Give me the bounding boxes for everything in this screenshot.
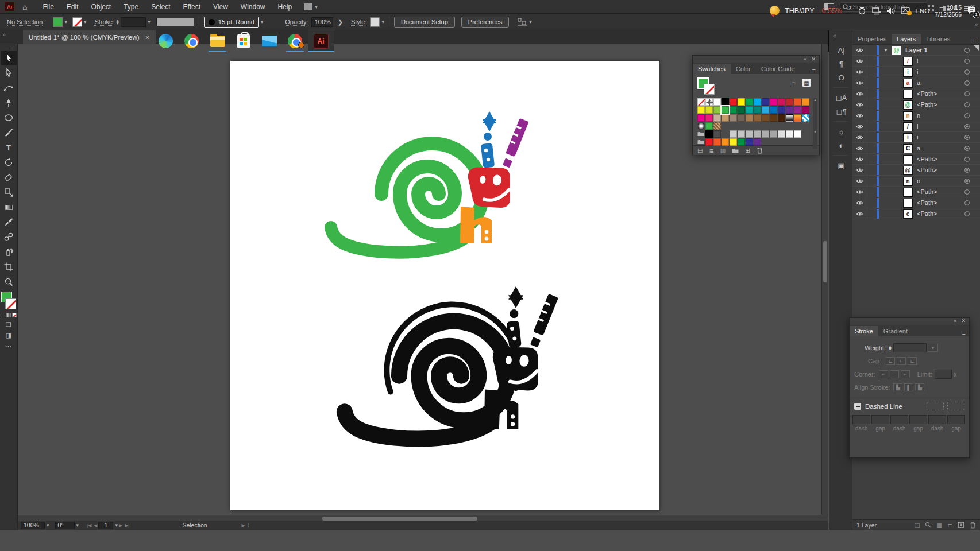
target-circle-icon[interactable] <box>964 48 970 53</box>
weight-field[interactable] <box>893 343 927 352</box>
swatch[interactable] <box>762 106 769 114</box>
layer-thumbnail[interactable]: e <box>903 209 913 219</box>
grid-view-icon[interactable]: ▦ <box>802 79 811 87</box>
swatch-none[interactable] <box>697 98 705 106</box>
miter-join-button[interactable]: ⌐ <box>879 370 888 378</box>
projecting-cap-button[interactable]: ⊏ <box>908 357 917 365</box>
layer-thumbnail[interactable]: @ <box>903 100 913 110</box>
round-join-button[interactable]: ⌒ <box>890 370 899 378</box>
tray-input-icon[interactable] <box>901 7 910 14</box>
scroll-right-icon[interactable]: ⟨ <box>248 523 249 528</box>
swatch[interactable] <box>697 106 705 114</box>
make-mask-icon[interactable]: ▩ <box>936 522 942 529</box>
limit-field[interactable] <box>935 370 952 379</box>
dash-field[interactable] <box>852 415 870 424</box>
swatch[interactable] <box>705 138 713 146</box>
taskbar-chrome-profile-icon[interactable] <box>282 30 308 52</box>
visibility-eye-icon[interactable] <box>852 208 867 219</box>
menu-object[interactable]: Object <box>85 3 118 11</box>
brush-definition-field[interactable]: 15 pt. Round <box>204 17 259 28</box>
workspace-chevron-icon[interactable]: ▾ <box>315 4 318 10</box>
workspace-switcher-icon[interactable] <box>304 3 313 10</box>
swatch[interactable] <box>762 130 769 138</box>
layer-object-row[interactable]: Ca <box>852 143 980 154</box>
character-panel-icon[interactable]: A| <box>829 43 853 57</box>
vertical-scroll-thumb[interactable] <box>823 241 827 282</box>
layer-name[interactable]: n <box>917 112 920 119</box>
align-outside-button[interactable]: ▙ <box>915 383 924 391</box>
stroke-collapse-icon[interactable]: « <box>954 318 956 324</box>
layer-name[interactable]: <Path> <box>917 210 937 217</box>
language-indicator[interactable]: ENG <box>915 7 929 14</box>
layer-object-row[interactable]: nn <box>852 110 980 121</box>
horizontal-scrollbar[interactable] <box>18 515 828 521</box>
selection-tool[interactable] <box>1 51 17 65</box>
character-styles-panel-icon[interactable]: ◻A <box>829 91 853 104</box>
rotation-chevron-icon[interactable]: ▾ <box>76 522 79 528</box>
align-chevron-icon[interactable]: ▾ <box>529 19 532 25</box>
scroll-left-icon[interactable]: ▶ <box>242 523 245 528</box>
tab-menu-icon[interactable]: ≡ <box>959 329 969 336</box>
swatch-options-icon[interactable]: ▥ <box>720 148 726 154</box>
preferences-button[interactable]: Preferences <box>461 17 509 28</box>
gradient-tool[interactable] <box>1 200 17 215</box>
layer-thumbnail[interactable]: n <box>903 177 913 186</box>
swatch[interactable] <box>746 130 753 138</box>
swatch[interactable] <box>794 130 801 138</box>
menu-window[interactable]: Window <box>234 3 272 11</box>
swatch[interactable] <box>738 98 745 106</box>
zoom-level-field[interactable]: 100% <box>21 522 45 529</box>
swatch-pattern[interactable] <box>802 114 809 122</box>
swatch-libraries-icon[interactable]: ▤ <box>697 148 703 154</box>
swatch[interactable] <box>738 138 745 146</box>
swatch[interactable] <box>730 106 737 114</box>
swatch-scrollbar[interactable]: ▲▼ <box>813 98 817 149</box>
tab-menu-icon[interactable]: ≡ <box>970 37 980 44</box>
swatch[interactable] <box>770 98 777 106</box>
tab-gradient[interactable]: Gradient <box>878 326 913 336</box>
swatch[interactable] <box>738 130 745 138</box>
layer-thumbnail[interactable] <box>903 188 913 197</box>
next-artboard-icon[interactable]: ▶ <box>119 523 122 528</box>
document-tab-close-icon[interactable]: ✕ <box>145 34 150 41</box>
swatch[interactable] <box>730 130 737 138</box>
layer-thumbnail[interactable]: n <box>903 111 913 121</box>
visibility-eye-icon[interactable] <box>852 176 867 186</box>
stroke-color-swatch[interactable] <box>72 17 82 27</box>
panel-fill-stroke-indicator[interactable] <box>697 77 717 96</box>
artboard[interactable] <box>230 61 659 510</box>
layer-object-row[interactable]: <Path> <box>852 197 980 208</box>
layer-name[interactable]: n <box>917 177 920 184</box>
visibility-eye-icon[interactable] <box>852 45 867 55</box>
weight-chevron-icon[interactable]: ▾ <box>928 344 938 352</box>
layer-object-row[interactable]: ii <box>852 132 980 143</box>
swatch[interactable] <box>722 98 729 106</box>
layer-object-row[interactable]: @<Path> <box>852 99 980 110</box>
dash-field[interactable] <box>909 415 927 424</box>
appearance-panel-icon[interactable]: ☼ <box>829 125 853 138</box>
dock-collapse-icon[interactable]: « <box>833 33 836 39</box>
swatch[interactable] <box>754 106 761 114</box>
swatch-pattern-green[interactable] <box>705 122 713 130</box>
swatch[interactable] <box>778 130 785 138</box>
last-artboard-icon[interactable]: ▶| <box>125 523 129 528</box>
target-circle-icon[interactable] <box>964 179 970 184</box>
panel-stroke-chip[interactable] <box>704 84 715 95</box>
locate-object-icon[interactable] <box>925 522 931 528</box>
taskbar-file-explorer-icon[interactable] <box>205 30 230 52</box>
target-circle-icon[interactable] <box>964 102 970 107</box>
tray-volume-icon[interactable] <box>886 7 896 15</box>
swatch[interactable] <box>778 114 785 122</box>
layer-thumbnail[interactable]: i <box>903 133 913 142</box>
ellipse-tool[interactable] <box>1 110 17 125</box>
target-circle-icon[interactable] <box>964 200 970 205</box>
tray-meet-icon[interactable] <box>858 7 866 15</box>
free-transform-tool[interactable] <box>1 185 17 200</box>
ticker-pair-label[interactable]: THB/JPY <box>785 7 814 15</box>
opacity-more-chevron[interactable]: ❯ <box>338 18 343 26</box>
dash-field[interactable] <box>928 415 946 424</box>
swatch[interactable] <box>730 114 737 122</box>
layer-thumbnail[interactable]: C <box>903 144 913 153</box>
layer-thumbnail[interactable]: @ <box>903 166 913 175</box>
stroke-weight-field[interactable] <box>121 17 146 27</box>
